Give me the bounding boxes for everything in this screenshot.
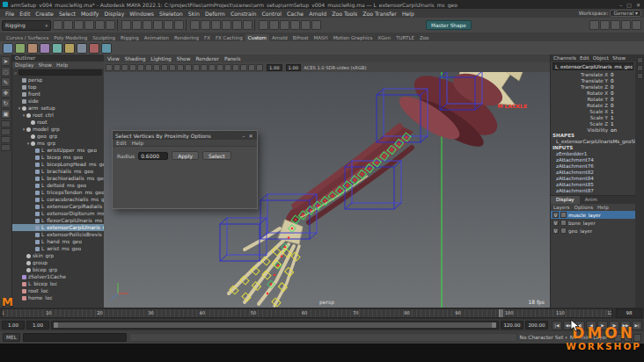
input-node-zattachment74[interactable]: zAttachment74 xyxy=(551,157,635,163)
shelf-icon-2[interactable] xyxy=(15,43,26,54)
channel-value[interactable]: 0 xyxy=(611,90,633,96)
status-toolbar-icon[interactable] xyxy=(211,20,221,30)
sidebar-toggle-icon[interactable] xyxy=(637,73,643,79)
outliner-menu-display[interactable]: Display xyxy=(15,62,33,69)
shelf-tab-curves-surfaces[interactable]: Curves / Surfaces xyxy=(4,34,51,41)
lasso-tool-icon[interactable]: ◌ xyxy=(1,67,11,76)
shelf-tab-mash[interactable]: MASH xyxy=(311,34,330,41)
shelf-icon-3[interactable] xyxy=(27,43,38,54)
outliner-item-skin-grp[interactable]: skin_grp xyxy=(12,252,104,259)
menu-windows[interactable]: Windows xyxy=(127,11,157,17)
status-toolbar-icon[interactable] xyxy=(174,20,184,30)
status-toolbar-icon[interactable] xyxy=(143,20,152,30)
menu-file[interactable]: File xyxy=(3,11,17,17)
shelf-tab-animation[interactable]: Animation xyxy=(142,34,172,41)
channel-value[interactable]: 1 xyxy=(611,109,633,114)
shelf-icon-1[interactable] xyxy=(3,43,13,54)
viewport-toolbar-icon[interactable] xyxy=(177,64,184,71)
status-toolbar-icon[interactable] xyxy=(74,20,84,30)
minimize-button[interactable]: – xyxy=(619,2,622,8)
status-toolbar-icon[interactable] xyxy=(95,20,105,30)
input-node-zattachment76[interactable]: zAttachment76 xyxy=(551,163,635,170)
layer-color-swatch[interactable] xyxy=(560,220,567,226)
shelf-tab-rendering[interactable]: Rendering xyxy=(172,34,201,41)
channel-visibility[interactable]: Visibilityon xyxy=(551,127,635,133)
viewport-toolbar-icon[interactable] xyxy=(121,64,128,71)
layer-menu-options[interactable]: Options xyxy=(574,204,594,211)
shelf-tab-bifrost[interactable]: Bifrost xyxy=(290,34,311,41)
outliner-item-l-flexorcarpiulnaris-ms-geo[interactable]: L_flexorCarpiUlnaris_ms_geo xyxy=(12,217,104,224)
viewport-toolbar-icon[interactable] xyxy=(153,64,160,71)
shape-node-name[interactable]: L_extensorCarpiUlnarisMs_geoShape xyxy=(551,139,635,145)
master-shape-button[interactable]: Master Shape xyxy=(426,20,472,30)
select-vertices-dialog[interactable]: Select Vertices By Proximity Options – ✕… xyxy=(112,130,258,209)
status-toolbar-icon[interactable] xyxy=(621,20,631,30)
menu-select[interactable]: Select xyxy=(56,11,78,17)
status-toolbar-icon[interactable] xyxy=(63,20,73,30)
viewport-menu-shading[interactable]: Shading xyxy=(125,56,146,62)
status-toolbar-icon[interactable] xyxy=(106,20,115,30)
viewport-menu-renderer[interactable]: Renderer xyxy=(195,56,218,62)
menu-skeleton[interactable]: Skeleton xyxy=(157,11,186,17)
scale-tool-icon[interactable]: ▣ xyxy=(1,109,11,119)
dialog-minimize-button[interactable]: – xyxy=(240,133,247,139)
viewport-toolbar-icon[interactable] xyxy=(201,64,208,71)
outliner-item-root[interactable]: root xyxy=(12,119,104,126)
menu-set-selector[interactable]: Rigging ▾ xyxy=(2,20,51,31)
channel-value[interactable]: 0 xyxy=(611,84,633,90)
exposure-field[interactable]: 1.00 xyxy=(267,64,282,71)
viewport-toolbar-icon[interactable] xyxy=(248,64,255,71)
shelf-tab-fx[interactable]: FX xyxy=(201,34,213,41)
channel-translate-z[interactable]: Translate Z0 xyxy=(551,83,635,90)
menu-deform[interactable]: Deform xyxy=(202,11,228,17)
dialog-close-button[interactable]: ✕ xyxy=(247,133,254,139)
status-toolbar-icon[interactable] xyxy=(611,20,620,30)
shelf-tab-rigging[interactable]: Rigging xyxy=(118,34,142,41)
range-slider-track[interactable] xyxy=(51,321,499,329)
channel-value[interactable]: 1 xyxy=(611,121,633,127)
channel-scale-y[interactable]: Scale Y1 xyxy=(551,114,635,120)
outliner-item-l-wrist-ms-geo[interactable]: L_wrist_ms_geo xyxy=(12,245,104,252)
viewport-toolbar-icon[interactable] xyxy=(232,64,239,71)
viewport-toolbar-icon[interactable] xyxy=(161,64,168,71)
layout-shortcut-2[interactable] xyxy=(1,128,11,135)
outliner-item-l-tricepstendon-ms-geo[interactable]: L_tricepsTendon_ms_geo xyxy=(12,189,104,196)
outliner-item-l-bicep-ms-geo[interactable]: L_bicep_ms_geo xyxy=(12,154,104,161)
outliner-item-l-extensorcarpiulnaris-ms-geo[interactable]: L_extensorCarpiUlnaris_ms_geo xyxy=(12,224,104,231)
shelf-tab-motion-graphics[interactable]: Motion Graphics xyxy=(331,34,376,41)
outliner-item-top[interactable]: top xyxy=(12,83,104,90)
paint-select-tool-icon[interactable]: ✎ xyxy=(1,77,11,87)
layer-visibility-toggle[interactable]: V xyxy=(553,212,559,218)
viewport-toolbar-icon[interactable] xyxy=(185,64,192,71)
shelf-icon-8[interactable] xyxy=(89,43,99,54)
input-node-zattachment85[interactable]: zAttachment85 xyxy=(551,182,635,188)
rotate-tool-icon[interactable]: ↻ xyxy=(1,98,11,108)
menu-display[interactable]: Display xyxy=(102,11,128,17)
menu-zoo-transfer[interactable]: Zoo Transfer xyxy=(360,11,399,17)
select-button[interactable]: Select xyxy=(202,151,231,160)
shelf-icon-6[interactable] xyxy=(64,43,75,54)
viewport-menu-panels[interactable]: Panels xyxy=(224,56,241,62)
channelbox-menu-object[interactable]: Object xyxy=(593,55,609,61)
dialog-titlebar[interactable]: Select Vertices By Proximity Options – ✕ xyxy=(113,131,257,140)
status-toolbar-icon[interactable] xyxy=(269,20,279,30)
shelf-tab-xgen[interactable]: XGen xyxy=(375,34,393,41)
channel-value[interactable]: 0 xyxy=(611,72,633,77)
outliner-item-l-deltoid-ms-geo[interactable]: L_deltoid_ms_geo xyxy=(12,182,104,189)
menu-edit[interactable]: Edit xyxy=(17,11,33,17)
shelf-tab-sculpting[interactable]: Sculpting xyxy=(90,34,118,41)
status-toolbar-icon[interactable] xyxy=(243,20,252,30)
channelbox-menu-channels[interactable]: Channels xyxy=(553,55,576,61)
viewport-menu-view[interactable]: View xyxy=(107,56,120,62)
outliner-item-side[interactable]: side xyxy=(12,98,104,105)
outliner-item-l-extensorpollicisbrevis-ms-geo[interactable]: L_extensorPollicisBrevis_ms_geo xyxy=(12,231,104,238)
channelbox-menu-edit[interactable]: Edit xyxy=(580,55,589,61)
viewport-toolbar-icon[interactable] xyxy=(145,64,152,71)
status-toolbar-icon[interactable] xyxy=(259,20,268,30)
menu-skin[interactable]: Skin xyxy=(186,11,202,17)
outliner-item-l-coracobrachialis-ms-geo[interactable]: L_coracobrachialis_ms_geo xyxy=(12,196,104,203)
shelf-tab-custom[interactable]: Custom xyxy=(245,34,269,41)
dialog-menu-help[interactable]: Help xyxy=(132,140,144,146)
shelf-tab-arnold[interactable]: Arnold xyxy=(269,34,290,41)
shelf-icon-4[interactable] xyxy=(40,43,50,54)
